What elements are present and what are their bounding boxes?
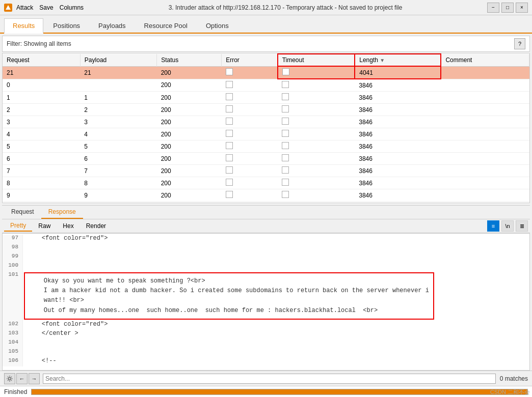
comment-cell [441,92,529,104]
col-request[interactable]: Request [3,54,80,66]
table-row[interactable]: 442003846 [3,128,529,140]
col-timeout[interactable]: Timeout [278,54,355,66]
error-cell[interactable] [222,202,278,204]
error-cell[interactable] [222,128,278,140]
status-text: Finished [4,388,27,395]
table-row[interactable]: 992003846 [3,189,529,202]
table-row[interactable]: 772003846 [3,165,529,177]
tab-positions[interactable]: Positions [44,18,89,33]
table-cell: 10 [3,202,80,204]
error-cell[interactable] [222,189,278,202]
table-row[interactable]: 552003846 [3,140,529,153]
error-cell[interactable] [222,177,278,189]
timeout-cell[interactable] [278,140,355,153]
filter-bar: Filter: Showing all items ? [2,36,530,52]
col-error[interactable]: Error [222,54,278,66]
code-line-103: 103 </center > [3,330,529,339]
tab-resource-pool[interactable]: Resource Pool [136,18,196,33]
back-button[interactable]: ← [16,373,28,384]
col-comment[interactable]: Comment [441,54,529,66]
col-status[interactable]: Status [157,54,222,66]
match-count: 0 matches [500,375,528,382]
help-button[interactable]: ? [514,38,525,49]
maximize-button[interactable]: □ [501,3,514,13]
code-line-101: 101 Okay so you want me to speak somethi… [3,271,529,321]
sub-tab-raw[interactable]: Raw [32,221,57,231]
timeout-cell[interactable] [278,165,355,177]
tab-results[interactable]: Results [4,18,43,34]
comment-cell [441,104,529,116]
line-num-97: 97 [3,235,23,244]
error-cell[interactable] [222,165,278,177]
timeout-cell[interactable] [278,116,355,128]
table-row[interactable]: 21212004041 [3,66,529,79]
comment-cell [441,177,529,189]
table-row[interactable]: 10102003846 [3,202,529,204]
timeout-cell[interactable] [278,66,355,79]
error-cell[interactable] [222,79,278,92]
results-table-container: Request Payload Status Error Timeout Len… [2,53,530,203]
sub-tab-render[interactable]: Render [80,221,112,231]
timeout-cell[interactable] [278,189,355,202]
window-title: 3. Intruder attack of http://192.168.12.… [84,4,487,11]
timeout-cell[interactable] [278,128,355,140]
col-payload[interactable]: Payload [80,54,156,66]
error-cell[interactable] [222,104,278,116]
line-content-102: <font color="red"> [23,321,108,330]
forward-button[interactable]: → [29,373,40,384]
table-row[interactable]: 882003846 [3,177,529,189]
length-cell: 3846 [355,177,441,189]
comment-cell [441,189,529,202]
table-cell: 4 [3,128,80,140]
close-button[interactable]: × [516,3,528,13]
timeout-cell[interactable] [278,92,355,104]
menu-columns[interactable]: Columns [60,4,84,11]
menu-bar: Attack Save Columns [16,4,84,11]
sub-tab-hex[interactable]: Hex [57,221,79,231]
table-cell: 3 [80,116,156,128]
panel-tab-response[interactable]: Response [41,206,83,219]
table-row[interactable]: 662003846 [3,153,529,165]
col-length[interactable]: Length ▼ [355,54,441,66]
table-row[interactable]: 332003846 [3,116,529,128]
timeout-cell[interactable] [278,79,355,92]
panel-tab-bar: Request Response [2,205,530,219]
wrap-icon[interactable]: ≣ [516,220,528,232]
timeout-cell[interactable] [278,104,355,116]
table-cell: 8 [3,177,80,189]
error-cell[interactable] [222,66,278,79]
newline-icon[interactable]: \n [501,220,514,232]
search-input[interactable] [43,374,496,384]
tab-options[interactable]: Options [197,18,237,33]
error-cell[interactable] [222,116,278,128]
timeout-cell[interactable] [278,153,355,165]
line-num-103: 103 [3,330,23,339]
error-cell[interactable] [222,92,278,104]
line-content-101: Okay so you want me to speak something ?… [24,272,434,320]
error-cell[interactable] [222,140,278,153]
progress-bar [31,389,528,395]
code-line-98: 98 [3,244,529,253]
table-cell: 200 [157,66,222,79]
minimize-button[interactable]: − [487,3,499,13]
table-row[interactable]: 112003846 [3,92,529,104]
line-content-98 [23,244,31,253]
progress-fill [32,389,527,394]
table-cell: 0 [3,79,80,92]
settings-button[interactable] [4,373,15,384]
timeout-cell[interactable] [278,177,355,189]
table-row[interactable]: 02003846 [3,79,529,92]
menu-save[interactable]: Save [39,4,53,11]
tab-payloads[interactable]: Payloads [90,18,134,33]
comment-cell [441,202,529,204]
table-cell: 4 [80,128,156,140]
timeout-cell[interactable] [278,202,355,204]
code-line-102: 102 <font color="red"> [3,321,529,330]
text-icon[interactable]: ≡ [487,220,499,232]
table-row[interactable]: 222003846 [3,104,529,116]
sub-tab-pretty[interactable]: Pretty [4,220,32,232]
length-cell: 3846 [355,202,441,204]
error-cell[interactable] [222,153,278,165]
menu-attack[interactable]: Attack [16,4,33,11]
panel-tab-request[interactable]: Request [4,206,41,219]
